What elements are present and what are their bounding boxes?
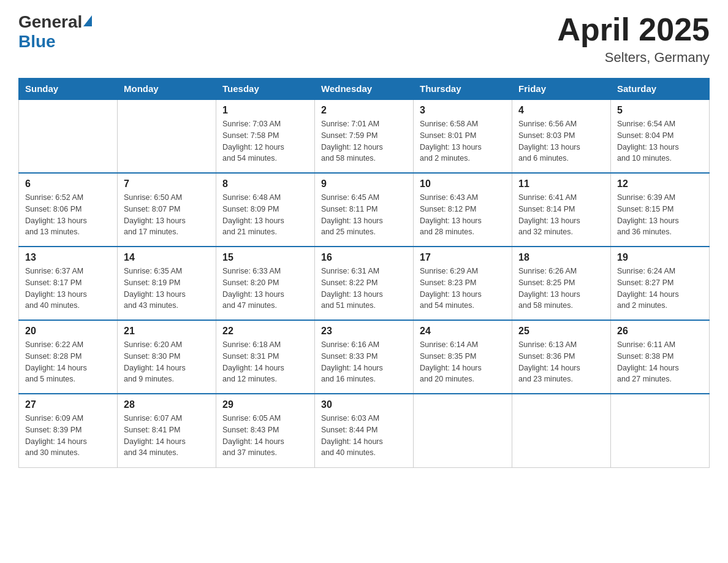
weekday-header-monday: Monday bbox=[118, 79, 216, 100]
calendar-week-row: 27Sunrise: 6:09 AM Sunset: 8:39 PM Dayli… bbox=[19, 394, 710, 467]
day-info: Sunrise: 6:35 AM Sunset: 8:19 PM Dayligh… bbox=[124, 266, 210, 312]
day-number: 19 bbox=[617, 252, 703, 263]
day-number: 8 bbox=[222, 178, 308, 190]
calendar-cell: 23Sunrise: 6:16 AM Sunset: 8:33 PM Dayli… bbox=[315, 320, 414, 394]
calendar-cell: 17Sunrise: 6:29 AM Sunset: 8:23 PM Dayli… bbox=[414, 247, 512, 320]
day-info: Sunrise: 7:01 AM Sunset: 7:59 PM Dayligh… bbox=[321, 118, 407, 164]
calendar-cell: 13Sunrise: 6:37 AM Sunset: 8:17 PM Dayli… bbox=[19, 247, 118, 320]
day-number: 15 bbox=[222, 252, 308, 263]
calendar-week-row: 20Sunrise: 6:22 AM Sunset: 8:28 PM Dayli… bbox=[19, 320, 710, 394]
day-info: Sunrise: 6:03 AM Sunset: 8:44 PM Dayligh… bbox=[321, 413, 407, 459]
day-info: Sunrise: 6:13 AM Sunset: 8:36 PM Dayligh… bbox=[518, 339, 604, 385]
day-info: Sunrise: 7:03 AM Sunset: 7:58 PM Dayligh… bbox=[222, 118, 308, 164]
calendar-cell: 20Sunrise: 6:22 AM Sunset: 8:28 PM Dayli… bbox=[19, 320, 118, 394]
day-info: Sunrise: 6:33 AM Sunset: 8:20 PM Dayligh… bbox=[222, 266, 308, 312]
month-year-title: April 2025 bbox=[557, 12, 710, 47]
calendar-cell bbox=[512, 394, 611, 467]
day-number: 29 bbox=[222, 399, 308, 410]
day-number: 30 bbox=[321, 399, 407, 410]
day-info: Sunrise: 6:29 AM Sunset: 8:23 PM Dayligh… bbox=[420, 266, 506, 312]
calendar-cell: 9Sunrise: 6:45 AM Sunset: 8:11 PM Daylig… bbox=[315, 173, 414, 247]
day-number: 25 bbox=[518, 326, 604, 337]
day-info: Sunrise: 6:22 AM Sunset: 8:28 PM Dayligh… bbox=[25, 339, 111, 385]
day-number: 12 bbox=[617, 178, 703, 190]
weekday-header-sunday: Sunday bbox=[19, 79, 118, 100]
calendar-cell: 2Sunrise: 7:01 AM Sunset: 7:59 PM Daylig… bbox=[315, 99, 414, 173]
day-number: 22 bbox=[222, 326, 308, 337]
calendar-cell: 3Sunrise: 6:58 AM Sunset: 8:01 PM Daylig… bbox=[414, 99, 512, 173]
day-number: 3 bbox=[420, 105, 506, 116]
calendar-cell: 10Sunrise: 6:43 AM Sunset: 8:12 PM Dayli… bbox=[414, 173, 512, 247]
day-number: 4 bbox=[518, 105, 604, 116]
calendar-week-row: 1Sunrise: 7:03 AM Sunset: 7:58 PM Daylig… bbox=[19, 99, 710, 173]
day-number: 7 bbox=[124, 178, 210, 190]
day-info: Sunrise: 6:18 AM Sunset: 8:31 PM Dayligh… bbox=[222, 339, 308, 385]
day-number: 20 bbox=[25, 326, 111, 337]
day-info: Sunrise: 6:39 AM Sunset: 8:15 PM Dayligh… bbox=[617, 192, 703, 238]
day-info: Sunrise: 6:43 AM Sunset: 8:12 PM Dayligh… bbox=[420, 192, 506, 238]
calendar-cell: 8Sunrise: 6:48 AM Sunset: 8:09 PM Daylig… bbox=[216, 173, 315, 247]
calendar-cell: 22Sunrise: 6:18 AM Sunset: 8:31 PM Dayli… bbox=[216, 320, 315, 394]
calendar-cell: 30Sunrise: 6:03 AM Sunset: 8:44 PM Dayli… bbox=[315, 394, 414, 467]
day-info: Sunrise: 6:41 AM Sunset: 8:14 PM Dayligh… bbox=[518, 192, 604, 238]
day-info: Sunrise: 6:16 AM Sunset: 8:33 PM Dayligh… bbox=[321, 339, 407, 385]
page-header: General Blue April 2025 Selters, Germany bbox=[18, 12, 710, 66]
day-info: Sunrise: 6:54 AM Sunset: 8:04 PM Dayligh… bbox=[617, 118, 703, 164]
logo-blue-text: Blue bbox=[18, 32, 56, 52]
day-number: 17 bbox=[420, 252, 506, 263]
calendar-cell: 29Sunrise: 6:05 AM Sunset: 8:43 PM Dayli… bbox=[216, 394, 315, 467]
weekday-header-saturday: Saturday bbox=[611, 79, 710, 100]
day-info: Sunrise: 6:26 AM Sunset: 8:25 PM Dayligh… bbox=[518, 266, 604, 312]
logo-general-text: General bbox=[18, 12, 82, 32]
calendar-cell: 4Sunrise: 6:56 AM Sunset: 8:03 PM Daylig… bbox=[512, 99, 611, 173]
day-info: Sunrise: 6:07 AM Sunset: 8:41 PM Dayligh… bbox=[124, 413, 210, 459]
calendar-cell: 27Sunrise: 6:09 AM Sunset: 8:39 PM Dayli… bbox=[19, 394, 118, 467]
calendar-cell: 6Sunrise: 6:52 AM Sunset: 8:06 PM Daylig… bbox=[19, 173, 118, 247]
calendar-cell: 18Sunrise: 6:26 AM Sunset: 8:25 PM Dayli… bbox=[512, 247, 611, 320]
calendar-cell: 1Sunrise: 7:03 AM Sunset: 7:58 PM Daylig… bbox=[216, 99, 315, 173]
day-info: Sunrise: 6:56 AM Sunset: 8:03 PM Dayligh… bbox=[518, 118, 604, 164]
calendar-cell: 26Sunrise: 6:11 AM Sunset: 8:38 PM Dayli… bbox=[611, 320, 710, 394]
calendar-week-row: 13Sunrise: 6:37 AM Sunset: 8:17 PM Dayli… bbox=[19, 247, 710, 320]
calendar-cell bbox=[118, 99, 216, 173]
calendar-cell: 19Sunrise: 6:24 AM Sunset: 8:27 PM Dayli… bbox=[611, 247, 710, 320]
calendar-cell: 12Sunrise: 6:39 AM Sunset: 8:15 PM Dayli… bbox=[611, 173, 710, 247]
day-number: 26 bbox=[617, 326, 703, 337]
calendar-cell: 5Sunrise: 6:54 AM Sunset: 8:04 PM Daylig… bbox=[611, 99, 710, 173]
day-number: 6 bbox=[25, 178, 111, 190]
day-info: Sunrise: 6:24 AM Sunset: 8:27 PM Dayligh… bbox=[617, 266, 703, 312]
weekday-header-tuesday: Tuesday bbox=[216, 79, 315, 100]
day-info: Sunrise: 6:05 AM Sunset: 8:43 PM Dayligh… bbox=[222, 413, 308, 459]
calendar-cell: 21Sunrise: 6:20 AM Sunset: 8:30 PM Dayli… bbox=[118, 320, 216, 394]
day-number: 28 bbox=[124, 399, 210, 410]
day-number: 24 bbox=[420, 326, 506, 337]
day-info: Sunrise: 6:14 AM Sunset: 8:35 PM Dayligh… bbox=[420, 339, 506, 385]
calendar-cell: 25Sunrise: 6:13 AM Sunset: 8:36 PM Dayli… bbox=[512, 320, 611, 394]
calendar-title-area: April 2025 Selters, Germany bbox=[557, 12, 710, 66]
calendar-cell: 16Sunrise: 6:31 AM Sunset: 8:22 PM Dayli… bbox=[315, 247, 414, 320]
day-info: Sunrise: 6:20 AM Sunset: 8:30 PM Dayligh… bbox=[124, 339, 210, 385]
calendar-cell: 14Sunrise: 6:35 AM Sunset: 8:19 PM Dayli… bbox=[118, 247, 216, 320]
day-number: 13 bbox=[25, 252, 111, 263]
day-info: Sunrise: 6:50 AM Sunset: 8:07 PM Dayligh… bbox=[124, 192, 210, 238]
day-number: 9 bbox=[321, 178, 407, 190]
weekday-header-friday: Friday bbox=[512, 79, 611, 100]
day-number: 5 bbox=[617, 105, 703, 116]
day-number: 11 bbox=[518, 178, 604, 190]
calendar-cell: 11Sunrise: 6:41 AM Sunset: 8:14 PM Dayli… bbox=[512, 173, 611, 247]
day-number: 16 bbox=[321, 252, 407, 263]
weekday-header-wednesday: Wednesday bbox=[315, 79, 414, 100]
calendar-cell bbox=[414, 394, 512, 467]
day-number: 14 bbox=[124, 252, 210, 263]
calendar-cell: 28Sunrise: 6:07 AM Sunset: 8:41 PM Dayli… bbox=[118, 394, 216, 467]
day-info: Sunrise: 6:58 AM Sunset: 8:01 PM Dayligh… bbox=[420, 118, 506, 164]
location-subtitle: Selters, Germany bbox=[557, 50, 710, 66]
day-info: Sunrise: 6:11 AM Sunset: 8:38 PM Dayligh… bbox=[617, 339, 703, 385]
calendar-cell bbox=[611, 394, 710, 467]
day-info: Sunrise: 6:48 AM Sunset: 8:09 PM Dayligh… bbox=[222, 192, 308, 238]
day-info: Sunrise: 6:31 AM Sunset: 8:22 PM Dayligh… bbox=[321, 266, 407, 312]
calendar-cell: 7Sunrise: 6:50 AM Sunset: 8:07 PM Daylig… bbox=[118, 173, 216, 247]
day-info: Sunrise: 6:09 AM Sunset: 8:39 PM Dayligh… bbox=[25, 413, 111, 459]
day-number: 23 bbox=[321, 326, 407, 337]
calendar-cell: 15Sunrise: 6:33 AM Sunset: 8:20 PM Dayli… bbox=[216, 247, 315, 320]
